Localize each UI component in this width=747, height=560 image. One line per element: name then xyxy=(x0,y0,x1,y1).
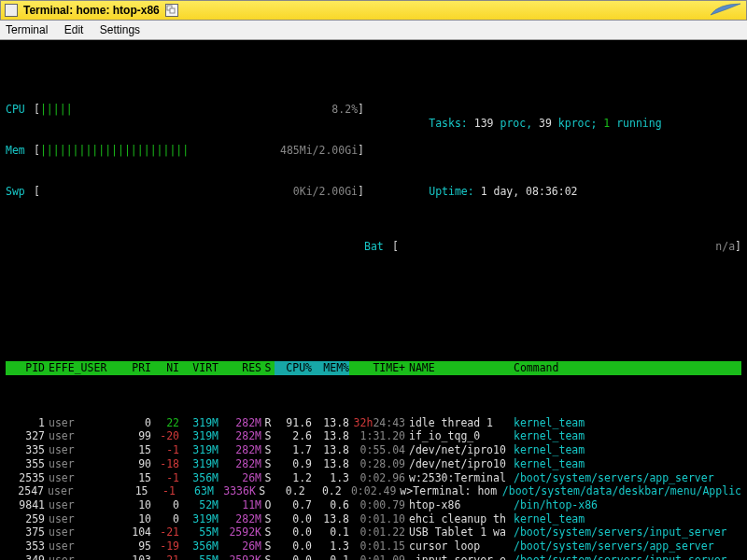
cell-time: 0:01.09 xyxy=(349,553,409,560)
process-row[interactable]: 335user15-1319M282MS1.713.80:55.04/dev/n… xyxy=(6,443,741,457)
cell-res: 26M xyxy=(218,471,261,485)
process-row[interactable]: 1user022319M282MR91.613.832h24:43idle th… xyxy=(6,416,741,430)
cell-user: user xyxy=(45,553,121,560)
svg-rect-1 xyxy=(170,8,175,13)
hdr-user[interactable]: EFFE_USER xyxy=(45,361,121,375)
cell-name: /dev/net/ipro10 xyxy=(409,443,514,457)
cell-virt: 63M xyxy=(176,484,214,498)
hdr-virt[interactable]: VIRT xyxy=(179,361,218,375)
cell-user: user xyxy=(45,429,121,443)
cell-cmd: /boot/system/servers/app_server xyxy=(514,539,741,553)
cell-time: 32h24:43 xyxy=(349,416,409,430)
menu-terminal[interactable]: Terminal xyxy=(6,23,48,36)
process-row[interactable]: 259user100319M282MS0.013.80:01.10ehci cl… xyxy=(6,512,741,526)
cell-pid: 355 xyxy=(6,457,45,471)
cell-mem: 0.1 xyxy=(312,525,349,539)
hdr-mem[interactable]: MEM% xyxy=(312,361,349,375)
cell-pid: 335 xyxy=(6,443,45,457)
cell-cpu: 0.7 xyxy=(275,498,312,512)
cell-name: if_io_tqg_0 xyxy=(409,429,514,443)
hdr-time[interactable]: TIME+ xyxy=(349,361,409,375)
cell-cmd: /boot/system/servers/input_server xyxy=(514,525,741,539)
cell-cmd: kernel_team xyxy=(514,443,741,457)
terminal-output[interactable]: CPU[|||||8.2%] Mem[|||||||||||||||||||||… xyxy=(0,40,747,560)
cell-cpu: 1.7 xyxy=(275,443,312,457)
cell-ni: -20 xyxy=(151,429,179,443)
cell-cpu: 0.0 xyxy=(275,525,312,539)
process-row[interactable]: 353user95-19356M26MS0.01.30:01.15cursor … xyxy=(6,539,741,553)
cell-mem: 1.3 xyxy=(312,471,349,485)
hdr-res[interactable]: RES xyxy=(218,361,261,375)
cell-virt: 356M xyxy=(179,471,218,485)
cell-s: S xyxy=(261,553,275,560)
cell-time: 0:55.04 xyxy=(349,443,409,457)
cell-cpu: 0.0 xyxy=(275,553,312,560)
hdr-ni[interactable]: NI xyxy=(151,361,179,375)
cell-ni: -1 xyxy=(151,443,179,457)
cell-pri: 104 xyxy=(121,525,151,539)
menu-edit[interactable]: Edit xyxy=(64,23,84,36)
cell-name: ehci cleanup th xyxy=(409,512,514,526)
cell-pri: 99 xyxy=(121,429,151,443)
menubar: Terminal Edit Settings xyxy=(0,21,747,40)
cell-cmd: kernel_team xyxy=(514,457,741,471)
cell-res: 282M xyxy=(218,512,261,526)
cell-cmd: /boot/system/servers/input_server xyxy=(514,553,741,560)
process-row[interactable]: 9841user10052M11MO0.70.60:00.79htop-x86/… xyxy=(6,498,741,512)
cell-pid: 9841 xyxy=(6,498,45,512)
cell-mem: 0.2 xyxy=(305,484,342,498)
cell-pid: 2535 xyxy=(6,471,45,485)
cell-pid: 353 xyxy=(6,539,45,553)
cell-s: S xyxy=(261,457,275,471)
cell-res: 2592K xyxy=(218,525,261,539)
cell-name: USB Tablet 1 wa xyxy=(409,525,514,539)
cell-cpu: 91.6 xyxy=(275,416,312,430)
cell-pid: 2547 xyxy=(6,484,44,498)
maximize-button[interactable] xyxy=(165,4,178,17)
process-row[interactable]: 375user104-2155M2592KS0.00.10:01.22USB T… xyxy=(6,525,741,539)
cell-s: S xyxy=(261,512,275,526)
cell-cpu: 0.9 xyxy=(275,457,312,471)
process-list[interactable]: 1user022319M282MR91.613.832h24:43idle th… xyxy=(6,416,741,560)
cell-virt: 319M xyxy=(179,429,218,443)
cell-res: 282M xyxy=(218,457,261,471)
cell-s: R xyxy=(261,416,275,430)
hdr-s[interactable]: S xyxy=(261,361,275,375)
cell-s: S xyxy=(261,471,275,485)
window-icon xyxy=(5,4,18,17)
process-row[interactable]: 349user103-2155M2592KS0.00.10:01.09_inpu… xyxy=(6,553,741,560)
cell-virt: 55M xyxy=(179,525,218,539)
cell-cmd: kernel_team xyxy=(514,429,741,443)
cell-mem: 0.6 xyxy=(312,498,349,512)
cell-mem: 13.8 xyxy=(312,429,349,443)
cell-user: user xyxy=(44,484,119,498)
process-row[interactable]: 2535user15-1356M26MS1.21.30:02.96w:2530:… xyxy=(6,471,741,485)
process-row[interactable]: 2547user15-163M3336KS0.20.20:02.49w>Term… xyxy=(6,484,741,498)
titlebar[interactable]: Terminal: home: htop-x86 xyxy=(0,0,747,21)
cell-cpu: 2.6 xyxy=(275,429,312,443)
cell-pri: 90 xyxy=(121,457,151,471)
cell-user: user xyxy=(45,457,121,471)
hdr-cpu[interactable]: CPU% xyxy=(275,361,312,375)
hdr-pri[interactable]: PRI xyxy=(121,361,151,375)
cell-mem: 0.1 xyxy=(312,553,349,560)
cell-name: htop-x86 xyxy=(409,498,514,512)
cell-cpu: 0.2 xyxy=(269,484,305,498)
cell-cpu: 0.0 xyxy=(275,539,312,553)
cell-virt: 55M xyxy=(179,553,218,560)
cell-res: 26M xyxy=(218,539,261,553)
cell-name: idle thread 1 xyxy=(409,416,514,430)
cell-virt: 52M xyxy=(179,498,218,512)
hdr-pid[interactable]: PID xyxy=(6,361,45,375)
menu-settings[interactable]: Settings xyxy=(100,23,140,36)
cell-virt: 319M xyxy=(179,416,218,430)
hdr-name[interactable]: NAME xyxy=(409,361,514,375)
cell-ni: -21 xyxy=(151,553,179,560)
hdr-cmd[interactable]: Command xyxy=(514,361,741,375)
process-row[interactable]: 327user99-20319M282MS2.613.81:31.20if_io… xyxy=(6,429,741,443)
process-row[interactable]: 355user90-18319M282MS0.913.80:28.09/dev/… xyxy=(6,457,741,471)
cell-virt: 319M xyxy=(179,512,218,526)
cell-name: /dev/net/ipro10 xyxy=(409,457,514,471)
cell-s: S xyxy=(261,525,275,539)
table-header[interactable]: PID EFFE_USER PRI NI VIRT RES S CPU% MEM… xyxy=(6,361,741,375)
